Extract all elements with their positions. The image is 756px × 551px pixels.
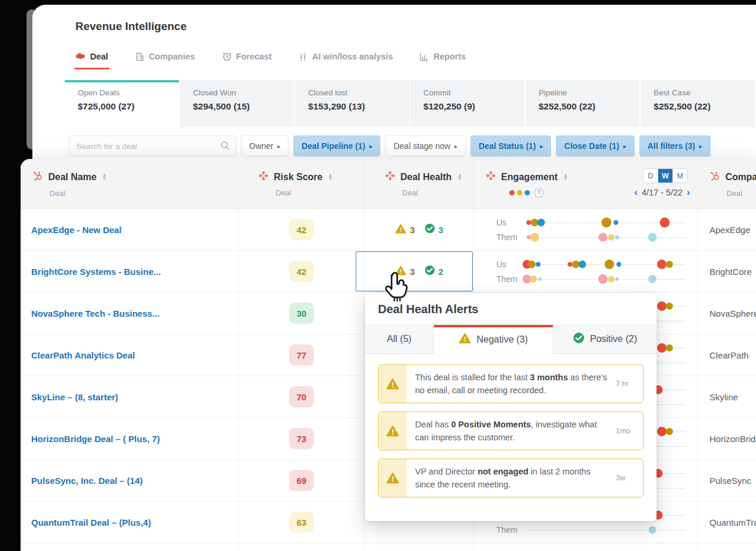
- filter-deal-status[interactable]: Deal Status (1)▸: [470, 135, 551, 157]
- filter-deal-pipeline[interactable]: Deal Pipeline (1)▸: [293, 135, 380, 157]
- column-subtitle: Deal: [365, 188, 473, 197]
- summary-card-commit[interactable]: Commit $120,250 (9): [410, 80, 526, 127]
- filter-deal-stage[interactable]: Deal stage now▸: [385, 135, 466, 157]
- chevron-right-icon[interactable]: ›: [687, 187, 690, 197]
- them-timeline: [527, 525, 685, 535]
- page-title: Revenue Intelligence: [75, 20, 187, 33]
- legend-dot-yellow: [517, 190, 522, 195]
- card-value: $120,250 (9): [423, 101, 525, 112]
- risk-score-badge: 73: [289, 428, 314, 449]
- positive-count: 3: [439, 225, 443, 235]
- tab-companies[interactable]: Companies: [135, 52, 195, 69]
- ai-winloss-icon: [299, 52, 307, 61]
- deal-name-link[interactable]: SkyLine – (8, starter): [31, 392, 118, 402]
- main-nav: Deal Companies Forecast AI win/loss anal…: [75, 52, 466, 69]
- warning-icon: [379, 365, 407, 403]
- risk-score-badge: 70: [289, 386, 314, 407]
- property-icon: [258, 171, 268, 183]
- alert-card: VP and Director not engaged in last 2 mo…: [378, 459, 644, 497]
- engagement-cell: Us Them: [474, 209, 698, 250]
- summary-card-closed-won[interactable]: Closed Won $294,500 (15): [180, 80, 296, 127]
- tab-negative[interactable]: Negative (3): [434, 325, 553, 354]
- filter-owner[interactable]: Owner▸: [241, 135, 289, 157]
- deal-name-link[interactable]: QuantumTrail Deal – (Plus,4): [31, 517, 151, 527]
- summary-card-closed-lost[interactable]: Closed lost $153,290 (13): [295, 80, 410, 127]
- column-title: Deal Health: [400, 172, 452, 182]
- them-timeline: [527, 274, 685, 284]
- property-icon: [486, 171, 496, 183]
- filter-all-filters[interactable]: All filters (3)▸: [639, 135, 711, 157]
- toggle-month[interactable]: M: [673, 169, 687, 182]
- popup-tabs: All (5) Negative (3) Positive (2): [365, 325, 656, 354]
- card-label: Commit: [423, 88, 525, 97]
- deal-health-alerts-popup: Deal Health Alerts All (5) Negative (3) …: [365, 293, 656, 521]
- alert-time: 3w: [616, 459, 643, 497]
- deal-health-cell[interactable]: 3 3: [365, 209, 474, 250]
- tab-positive[interactable]: Positive (2): [553, 325, 656, 354]
- tab-label: Reports: [433, 52, 466, 61]
- table-row: Us Them: [21, 543, 756, 551]
- deal-name-link[interactable]: ApexEdge - New Deal: [31, 225, 121, 235]
- tab-deal[interactable]: Deal: [75, 52, 108, 69]
- card-label: Open Deals: [78, 88, 179, 97]
- deal-name-link[interactable]: HorizonBridge Deal – ( Plus, 7): [31, 434, 160, 444]
- deal-name-link[interactable]: ClearPath Analytics Deal: [31, 350, 135, 360]
- chevron-left-icon[interactable]: ‹: [634, 187, 638, 197]
- column-subtitle: Deal: [238, 188, 364, 197]
- hubspot-sprocket-icon: [709, 171, 720, 184]
- search-input[interactable]: [69, 135, 236, 157]
- help-icon[interactable]: ?: [534, 188, 544, 198]
- card-label: Pipeline: [539, 88, 640, 97]
- tab-all[interactable]: All (5): [365, 325, 434, 354]
- deal-search: [69, 135, 236, 157]
- tab-label: Deal: [90, 52, 108, 61]
- warning-icon: [379, 412, 407, 450]
- alert-time: 1mo: [616, 412, 643, 450]
- summary-card-pipeline[interactable]: Pipeline $252,500 (22): [526, 80, 641, 127]
- engagement-cell: Us Them: [474, 543, 698, 551]
- legend-dot-blue: [525, 190, 530, 195]
- deal-health-cell[interactable]: [365, 543, 474, 551]
- card-label: Best Case: [654, 88, 755, 97]
- popup-title: Deal Health Alerts: [365, 293, 656, 325]
- us-timeline: [527, 260, 685, 269]
- deal-name-link[interactable]: PulseSync, Inc. Deal – (14): [31, 476, 142, 486]
- card-value: $153,290 (13): [308, 101, 409, 112]
- tab-reports[interactable]: Reports: [420, 52, 466, 69]
- them-timeline: [527, 233, 685, 242]
- check-icon: [425, 265, 435, 278]
- sort-icon[interactable]: ▲▼: [457, 174, 462, 180]
- tab-forecast[interactable]: Forecast: [222, 52, 271, 69]
- deal-health-cell[interactable]: 3 2: [365, 251, 474, 292]
- summary-card-best-case[interactable]: Best Case $252,500 (22): [641, 80, 756, 127]
- card-label: Closed lost: [308, 88, 409, 97]
- card-value: $252,500 (22): [654, 101, 755, 112]
- filter-close-date[interactable]: Close Date (1)▸: [556, 135, 634, 157]
- col-deal-health: Deal Health ▲▼ Deal: [365, 159, 474, 208]
- search-icon: [220, 141, 230, 153]
- column-subtitle: Deal: [21, 189, 238, 198]
- alert-time: 7 hr: [616, 365, 643, 403]
- sort-icon[interactable]: ▲▼: [102, 174, 107, 180]
- card-value: $725,000 (27): [78, 101, 179, 112]
- us-timeline: [527, 218, 685, 227]
- tab-ai-winloss[interactable]: AI win/loss analysis: [299, 52, 393, 69]
- tab-label: AI win/loss analysis: [312, 52, 393, 61]
- engagement-cell: Us Them: [474, 251, 698, 292]
- warning-icon: [395, 265, 406, 278]
- summary-card-open-deals[interactable]: Open Deals $725,000 (27): [65, 80, 180, 127]
- toggle-week[interactable]: W: [658, 169, 673, 182]
- us-label: Us: [496, 218, 527, 227]
- column-title: Risk Score: [274, 172, 323, 182]
- deal-name-link[interactable]: BrightCore Systems - Busine...: [31, 267, 161, 277]
- sort-icon[interactable]: ▲▼: [328, 174, 333, 180]
- deal-name-link[interactable]: NovaSphere Tech - Business...: [31, 308, 160, 318]
- sort-icon[interactable]: ▲▼: [563, 174, 568, 180]
- forecast-icon: [222, 52, 231, 61]
- filter-bar: Owner▸ Deal Pipeline (1)▸ Deal stage now…: [69, 135, 711, 157]
- col-deal-name: Deal Name ▲▼ Deal: [21, 159, 238, 208]
- warning-icon: [379, 459, 407, 497]
- toggle-day[interactable]: D: [644, 169, 658, 182]
- caret-icon: ▸: [455, 143, 457, 150]
- alert-card: Deal has 0 Positive Moments, investigate…: [378, 411, 644, 450]
